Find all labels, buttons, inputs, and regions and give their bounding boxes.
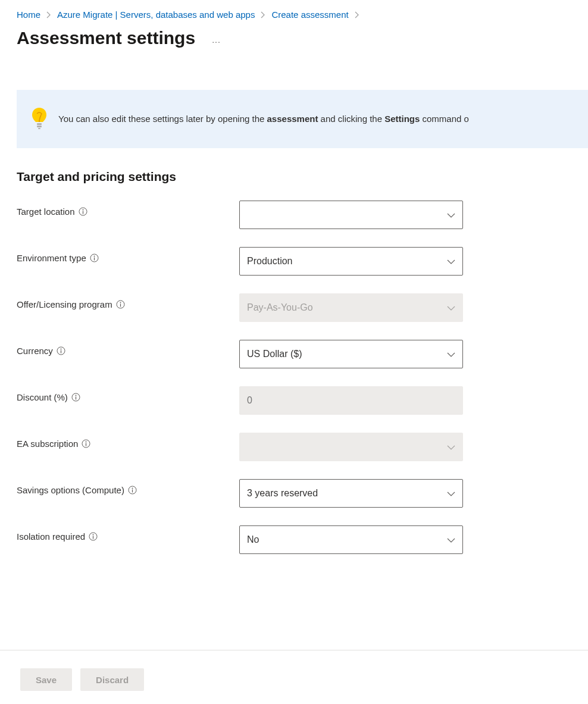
footer-actions: Save Discard xyxy=(0,650,588,704)
section-title: Target and pricing settings xyxy=(17,170,588,184)
breadcrumb: Home Azure Migrate | Servers, databases … xyxy=(0,0,588,23)
info-icon[interactable] xyxy=(79,207,87,216)
field-currency: Currency US Dollar ($) xyxy=(17,340,588,368)
svg-rect-11 xyxy=(120,304,121,307)
target-pricing-section: Target and pricing settings Target locat… xyxy=(0,148,588,554)
select-currency[interactable]: US Dollar ($) xyxy=(239,340,463,368)
field-isolation-required: Isolation required No xyxy=(17,525,588,554)
svg-point-7 xyxy=(93,256,95,257)
label-currency: Currency xyxy=(17,340,239,356)
info-icon[interactable] xyxy=(90,254,99,262)
field-ea-subscription: EA subscription xyxy=(17,433,588,461)
svg-rect-2 xyxy=(38,128,40,129)
more-actions-icon[interactable]: ··· xyxy=(212,30,221,46)
field-offer-licensing: Offer/Licensing program Pay-As-You-Go xyxy=(17,293,588,322)
label-discount: Discount (%) xyxy=(17,386,239,402)
input-discount[interactable] xyxy=(239,386,463,415)
page-title: Assessment settings xyxy=(17,28,195,48)
info-icon[interactable] xyxy=(89,532,98,541)
info-icon[interactable] xyxy=(57,346,65,355)
chevron-down-icon xyxy=(447,534,455,545)
info-icon[interactable] xyxy=(82,439,90,448)
svg-point-13 xyxy=(60,349,61,350)
info-icon[interactable] xyxy=(128,486,137,495)
select-isolation-required[interactable]: No xyxy=(239,525,463,554)
select-savings-options[interactable]: 3 years reserved xyxy=(239,479,463,508)
chevron-down-icon xyxy=(447,442,455,452)
select-target-location[interactable] xyxy=(239,201,463,229)
label-target-location: Target location xyxy=(17,201,239,217)
label-ea-subscription: EA subscription xyxy=(17,433,239,449)
label-isolation-required: Isolation required xyxy=(17,525,239,542)
chevron-down-icon xyxy=(447,209,455,220)
svg-rect-14 xyxy=(61,351,61,353)
field-target-location: Target location xyxy=(17,201,588,229)
chevron-right-icon xyxy=(46,11,51,18)
select-ea-subscription xyxy=(239,433,463,461)
label-offer-licensing: Offer/Licensing program xyxy=(17,293,239,309)
chevron-right-icon xyxy=(261,11,265,18)
info-icon[interactable] xyxy=(116,300,125,309)
svg-point-10 xyxy=(120,302,121,303)
chevron-down-icon xyxy=(447,488,455,499)
chevron-down-icon xyxy=(447,256,455,267)
svg-point-16 xyxy=(75,395,76,396)
svg-rect-20 xyxy=(86,443,86,446)
svg-rect-23 xyxy=(132,490,133,493)
field-discount: Discount (%) xyxy=(17,386,588,415)
svg-point-22 xyxy=(132,488,133,489)
lightbulb-icon xyxy=(31,107,48,132)
info-banner: You can also edit these settings later b… xyxy=(17,90,588,148)
page-header: Assessment settings ··· xyxy=(0,23,588,48)
svg-rect-5 xyxy=(82,211,83,214)
svg-rect-1 xyxy=(37,126,42,127)
banner-text: You can also edit these settings later b… xyxy=(58,112,469,126)
label-savings-options: Savings options (Compute) xyxy=(17,479,239,495)
svg-point-19 xyxy=(86,442,87,443)
svg-point-4 xyxy=(82,209,83,211)
svg-rect-8 xyxy=(94,258,95,261)
breadcrumb-home[interactable]: Home xyxy=(17,10,40,20)
svg-point-25 xyxy=(93,534,94,536)
breadcrumb-azure-migrate[interactable]: Azure Migrate | Servers, databases and w… xyxy=(57,10,255,20)
info-icon[interactable] xyxy=(71,393,80,402)
chevron-down-icon xyxy=(447,349,455,359)
chevron-down-icon xyxy=(447,302,455,313)
svg-rect-26 xyxy=(93,536,93,539)
breadcrumb-create-assessment[interactable]: Create assessment xyxy=(271,10,348,20)
save-button[interactable]: Save xyxy=(20,668,72,691)
svg-rect-0 xyxy=(37,123,42,125)
chevron-right-icon xyxy=(355,11,359,18)
field-environment-type: Environment type Production xyxy=(17,247,588,276)
svg-rect-17 xyxy=(76,397,76,400)
field-savings-options: Savings options (Compute) 3 years reserv… xyxy=(17,479,588,508)
select-environment-type[interactable]: Production xyxy=(239,247,463,276)
select-offer-licensing: Pay-As-You-Go xyxy=(239,293,463,322)
label-environment-type: Environment type xyxy=(17,247,239,263)
discard-button[interactable]: Discard xyxy=(80,668,144,691)
